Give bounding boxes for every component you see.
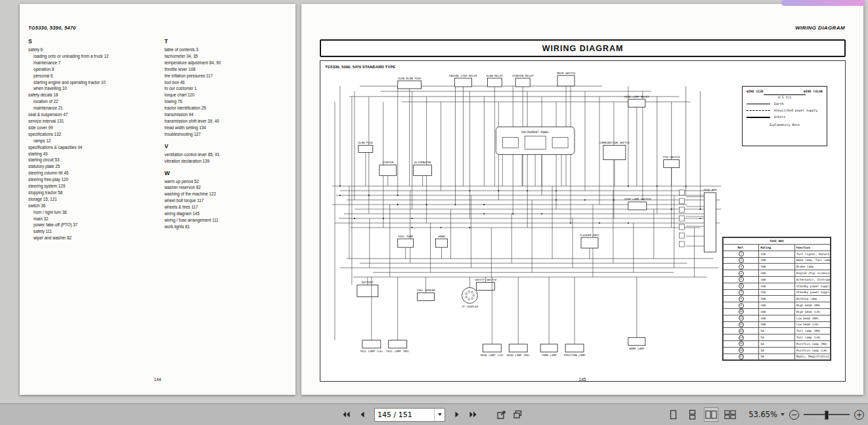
index-entry: ventilation control lever 85, 91 — [165, 152, 291, 158]
svg-text:PTO SWITCH: PTO SWITCH — [663, 155, 680, 159]
svg-text:STARTER RELAY: STARTER RELAY — [512, 74, 534, 77]
zoom-level-value: 53.65% — [749, 410, 777, 419]
zoom-slider-handle[interactable] — [825, 411, 829, 420]
svg-text:GLOW RELAY: GLOW RELAY — [487, 74, 504, 77]
index-entry: tool box 46 — [165, 79, 291, 86]
legend-wire-size-label: WIRE SIZE — [747, 90, 764, 93]
two-pages-icon — [705, 410, 717, 420]
index-entry: storage 15, 121 — [28, 196, 154, 203]
one-page-icon — [667, 410, 679, 420]
facing-view-button[interactable] — [704, 407, 718, 422]
index-entry: wiring / fuse arrangement 111 — [165, 217, 291, 224]
single-page-view-button[interactable] — [666, 407, 680, 422]
index-entry: wiper and washer 82 — [28, 235, 154, 241]
index-entry: power take-off (PTO) 37 — [28, 222, 154, 228]
index-entry: warm up period 52 — [165, 178, 291, 185]
svg-text:FLASHER UNIT: FLASHER UNIT — [580, 233, 600, 237]
index-entry: steering free-play 120 — [28, 176, 154, 183]
first-page-button[interactable] — [339, 407, 353, 422]
index-entry: throttle lever 108 — [165, 66, 291, 73]
svg-text:ALTERNATOR: ALTERNATOR — [414, 161, 431, 164]
zoom-out-button[interactable]: − — [789, 410, 799, 420]
legend-row-unswitched: Unswitched power supply — [747, 109, 823, 112]
document-canvas[interactable]: TG5330, 5390, 5470 Ssafety 6loading onto… — [0, 0, 868, 404]
index-entry: work lights 81 — [165, 224, 291, 230]
next-page-button[interactable] — [450, 407, 464, 422]
svg-text:FUEL SENSOR: FUEL SENSOR — [417, 289, 435, 292]
two-pages-scroll-icon — [724, 410, 736, 420]
page-number-input[interactable] — [375, 410, 434, 420]
stacked-pages-icon — [513, 410, 523, 419]
unswitched-line-sample — [747, 110, 770, 111]
legend-row-earth: Earth — [747, 102, 823, 106]
fuse-box-table: FUSE BOXRef.RatingFunction115ATurn signa… — [722, 237, 831, 361]
zoom-in-button[interactable]: + — [854, 410, 864, 420]
index-entry: tread width setting 134 — [165, 125, 291, 131]
index-entry: to our customer 1 — [165, 85, 291, 92]
zoom-slider[interactable] — [804, 409, 850, 420]
chevron-down-icon — [781, 413, 785, 416]
fuse-row: 1010AHigh beam (LH) — [724, 308, 831, 315]
page-with-arrow-icon — [496, 410, 506, 419]
index-section-letter: S — [28, 38, 154, 45]
svg-text:TAIL LAMP (RH): TAIL LAMP (RH) — [386, 350, 409, 353]
previous-page-button[interactable] — [356, 407, 369, 422]
right-triangle-icon — [453, 411, 461, 418]
index-entry: tachometer 34, 35 — [165, 53, 291, 60]
window-decor-strip — [781, 0, 865, 6]
page-number-box[interactable] — [374, 408, 445, 422]
page-list-caret[interactable] — [434, 409, 445, 421]
svg-text:GLOW PLUG: GLOW PLUG — [358, 141, 374, 144]
index-entry: statutory plate 25 — [28, 163, 154, 170]
index-entry: safety 111 — [28, 228, 154, 235]
legend-others-label: Others — [774, 115, 785, 119]
index-entry: table of contents 3 — [165, 47, 291, 53]
fuse-row: 910AHigh beam (RH) — [724, 302, 831, 309]
next-view-button[interactable] — [511, 407, 524, 422]
wiring-diagram-frame: TG5330, 5390, 5470 STANDARD TYPE SLOW BL… — [320, 60, 846, 382]
legend-sample-text: 0.5 Y/L — [747, 96, 823, 99]
index-entry: tire inflation pressures 117 — [165, 73, 291, 79]
index-entry: wiring diagram 145 — [165, 211, 291, 217]
legend-earth-label: Earth — [774, 102, 783, 106]
page-number-right: 145 — [301, 377, 863, 382]
index-entry: switch 36 — [28, 203, 154, 209]
legend-note: Explanatory Note — [747, 123, 823, 127]
index-entry: transmission 94 — [165, 111, 291, 118]
last-page-button[interactable] — [467, 407, 480, 422]
wire-legend: WIRE SIZE WIRE COLOR 0.5 Y/L Earth Unswi… — [742, 86, 827, 146]
fuse-row: 145ATail lamp (LH) — [724, 334, 831, 341]
fuse-row: 410AEngine stop solenoid, ECU, PTO safet… — [724, 270, 831, 277]
fuse-box-title-row: FUSE BOX — [724, 238, 831, 245]
index-column-s: Ssafety 6loading onto or unloading from … — [28, 38, 154, 241]
page-right-wiring-diagram: WIRING DIAGRAM WIRING DIAGRAM TG5330, 53… — [301, 4, 863, 395]
index-entry: vibration declaration 139 — [165, 158, 291, 165]
view-zoom-group: 53.65% − + — [666, 404, 864, 425]
chevron-down-icon — [438, 413, 442, 416]
index-entry: starting engine and operating tractor 10 — [28, 79, 154, 86]
index-entry: steering system 129 — [28, 183, 154, 190]
index-entry: maintenance 21 — [28, 105, 154, 111]
index-entry: wheels & tires 117 — [165, 204, 291, 211]
previous-view-button[interactable] — [494, 407, 508, 422]
index-entry: wheel bolt torque 117 — [165, 197, 291, 204]
fuse-row: 615AStandby power supply — [724, 283, 831, 289]
index-entry: towing 76 — [165, 98, 291, 105]
index-entry: washer reservoir 82 — [165, 184, 291, 191]
svg-text:FUSE BOX: FUSE BOX — [703, 188, 717, 192]
manual-model-header: TG5330, 5390, 5470 — [28, 25, 76, 31]
facing-continuous-view-button[interactable] — [723, 407, 737, 422]
diagram-title-box: WIRING DIAGRAM — [320, 39, 846, 57]
index-entry: horn / light turn 36 — [28, 209, 154, 216]
continuous-view-button[interactable] — [685, 407, 699, 422]
fuse-row: 155APosition lamp (RH) — [724, 340, 831, 347]
svg-text:INSTRUMENT PANEL: INSTRUMENT PANEL — [521, 131, 550, 134]
index-entry: maintenance 7 — [28, 60, 154, 66]
legend-row-others: Others — [747, 115, 823, 119]
chapter-header: WIRING DIAGRAM — [795, 25, 845, 31]
zoom-level-dropdown[interactable]: 53.65% — [749, 410, 785, 419]
index-entry: main 32 — [28, 216, 154, 222]
svg-text:HEAD LAMP RELAY: HEAD LAMP RELAY — [624, 95, 649, 98]
fuse-row: 310ABrake lamp — [724, 264, 831, 270]
svg-text:SAFETY SWITCH: SAFETY SWITCH — [475, 278, 496, 281]
